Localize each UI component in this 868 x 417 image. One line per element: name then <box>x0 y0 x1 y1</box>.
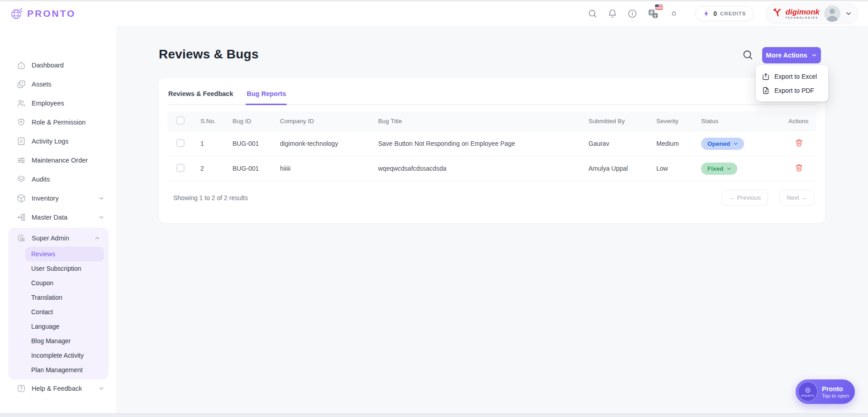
credits-label: CREDITS <box>720 11 746 16</box>
status-label: Fixed <box>707 165 723 172</box>
account-menu[interactable]: digimonk TECHNOLOGIES <box>765 3 858 24</box>
subnav-label: User Subscription <box>31 265 81 272</box>
sidebar-item-maintenance-order[interactable]: Maintenance Order <box>0 151 116 169</box>
super-admin-group: Super Admin Reviews User Subscription Co… <box>8 228 109 379</box>
status-pill[interactable]: Opened <box>701 138 744 150</box>
sidebar-item-reviews[interactable]: Reviews <box>25 247 104 261</box>
pronto-fab[interactable]: PRONTO Pronto Tap to open <box>796 379 855 404</box>
sidebar-item-master-data[interactable]: Master Data <box>0 208 116 226</box>
credits-pill[interactable]: 0 CREDITS <box>695 6 754 21</box>
chevron-down-icon <box>98 214 104 220</box>
language-flag-us <box>655 5 663 10</box>
subnav-label: Blog Manager <box>31 337 71 345</box>
cell-sno: 2 <box>200 165 232 172</box>
table-search-icon[interactable] <box>742 49 753 60</box>
sidebar-item-inventory[interactable]: Inventory <box>0 189 116 207</box>
sidebar-item-contact[interactable]: Contact <box>8 305 109 319</box>
subnav-label: Coupon <box>31 279 53 287</box>
translate-icon[interactable]: A 文 <box>647 8 659 19</box>
cell-severity: Low <box>656 165 701 172</box>
chevron-down-icon <box>726 166 732 172</box>
sidebar-item-role-permission[interactable]: Role & Permission <box>0 113 116 131</box>
sidebar-label: Master Data <box>32 214 67 221</box>
table-row: 2 BUG-001 hiiiii wqeqwcdsafcdssacdsda Am… <box>167 156 816 181</box>
tab-bar: Reviews & Feedback Bug Reports <box>167 78 816 105</box>
subnav-label: Language <box>31 323 59 330</box>
export-pdf-icon <box>762 86 770 95</box>
cell-bug-id: BUG-001 <box>232 140 280 147</box>
pagination: Showing 1 to 2 of 2 results ← Previous N… <box>167 181 816 206</box>
status-pill[interactable]: Fixed <box>701 163 737 175</box>
table-row: 1 BUG-001 digimonk-technology Save Butto… <box>167 131 816 156</box>
delete-icon[interactable] <box>795 139 803 147</box>
more-actions-menu: Export to Excel Export to PDF <box>756 65 828 101</box>
menu-item-label: Export to Excel <box>774 73 817 80</box>
sidebar-item-translation[interactable]: Translation <box>8 290 109 305</box>
row-checkbox[interactable] <box>176 164 185 172</box>
sidebar-item-dashboard[interactable]: Dashboard <box>0 56 116 74</box>
digimonk-logo: digimonk TECHNOLOGIES <box>772 7 820 20</box>
search-icon[interactable] <box>588 9 598 19</box>
sliders-icon <box>17 156 27 165</box>
sidebar-item-help-feedback[interactable]: Help & Feedback <box>0 379 116 398</box>
column-submitted-by: Submitted By <box>588 118 656 125</box>
chevron-down-icon <box>98 195 104 201</box>
export-excel-icon <box>762 72 770 81</box>
sidebar-item-incomplete-activity[interactable]: Incomplete Activity <box>8 348 109 363</box>
tab-reviews-feedback[interactable]: Reviews & Feedback <box>167 78 234 104</box>
sidebar-label: Dashboard <box>32 62 64 69</box>
next-page-button[interactable]: Next → <box>779 190 814 206</box>
select-all-checkbox[interactable] <box>176 116 185 125</box>
more-actions-button[interactable]: More Actions <box>762 47 821 63</box>
sidebar-label: Audits <box>32 176 50 183</box>
fab-badge-label: PRONTO <box>802 394 815 397</box>
cell-bug-id: BUG-001 <box>232 165 280 172</box>
menu-item-export-excel[interactable]: Export to Excel <box>756 69 828 83</box>
sidebar-item-language[interactable]: Language <box>8 319 109 334</box>
column-company-id: Company ID <box>280 118 378 125</box>
theme-icon[interactable] <box>669 9 679 19</box>
sidebar-item-plan-management[interactable]: Plan Management <box>8 363 109 377</box>
sidebar-item-user-subscription[interactable]: User Subscription <box>8 261 109 276</box>
chevron-down-icon <box>98 385 104 392</box>
avatar[interactable] <box>824 5 840 22</box>
cell-bug-title: Save Button Not Responding on Employee P… <box>378 140 588 147</box>
menu-item-export-pdf[interactable]: Export to PDF <box>756 83 828 97</box>
sidebar-item-employees[interactable]: Employees <box>0 94 116 112</box>
sidebar-label: Role & Permission <box>32 119 85 126</box>
tab-bug-reports[interactable]: Bug Reports <box>246 78 287 104</box>
row-checkbox[interactable] <box>176 139 185 147</box>
hierarchy-icon <box>17 213 27 222</box>
info-icon[interactable] <box>627 9 637 19</box>
delete-icon[interactable] <box>795 163 803 172</box>
window-bottom-edge <box>0 413 868 417</box>
logo-text: PRONTO <box>27 8 76 19</box>
table-header: S.No. Bug ID Company ID Bug Title Submit… <box>167 111 816 131</box>
fab-subtitle: Tap to open <box>822 393 849 398</box>
sidebar-item-coupon[interactable]: Coupon <box>8 276 109 290</box>
notifications-icon[interactable] <box>607 9 617 19</box>
menu-item-label: Export to PDF <box>774 87 814 94</box>
column-sno: S.No. <box>200 118 232 125</box>
app-logo[interactable]: PRONTO <box>10 7 76 20</box>
previous-page-button[interactable]: ← Previous <box>722 190 768 206</box>
tenant-name: digimonk <box>785 8 820 16</box>
svg-text:文: 文 <box>653 14 657 18</box>
sidebar-item-super-admin[interactable]: Super Admin <box>8 230 109 247</box>
home-icon <box>17 61 27 70</box>
chevron-down-icon <box>845 10 852 17</box>
results-summary: Showing 1 to 2 of 2 results <box>173 194 248 201</box>
lightning-icon <box>703 10 710 17</box>
sidebar-label: Inventory <box>32 195 59 202</box>
sidebar-item-audits[interactable]: Audits <box>0 170 116 188</box>
sidebar-label: Assets <box>32 81 52 88</box>
cell-submitted-by: Gaurav <box>588 140 656 147</box>
box-icon <box>17 194 27 203</box>
cell-submitted-by: Amulya Uppal <box>588 165 656 172</box>
subnav-label: Reviews <box>31 250 55 258</box>
app-header: PRONTO A 文 <box>0 1 868 26</box>
column-bug-id: Bug ID <box>232 118 280 125</box>
sidebar-item-activity-logs[interactable]: Activity Logs <box>0 132 116 150</box>
sidebar-item-blog-manager[interactable]: Blog Manager <box>8 334 109 348</box>
sidebar-item-assets[interactable]: Assets <box>0 75 116 93</box>
